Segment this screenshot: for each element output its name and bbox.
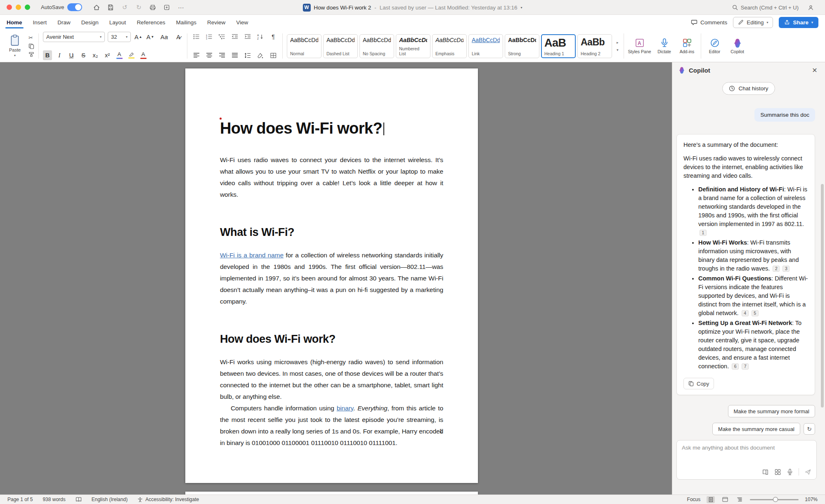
citation-chip[interactable]: 7 <box>742 363 749 370</box>
tab-view[interactable]: View <box>236 15 248 30</box>
gallery-expand-icon[interactable]: ▾ <box>617 48 619 52</box>
sort-icon[interactable]: AZ <box>255 32 265 42</box>
style-no-spacing[interactable]: AaBbCcDdINo Spacing <box>359 34 394 58</box>
change-case-icon[interactable]: Aa▾ <box>158 32 171 42</box>
autosave-toggle[interactable] <box>67 3 82 11</box>
title-chevron-icon[interactable]: ▾ <box>521 6 522 9</box>
tab-insert[interactable]: Insert <box>33 15 47 30</box>
minimize-window-button[interactable] <box>16 5 21 10</box>
proofing-status[interactable] <box>76 497 82 502</box>
doc-paragraph-what[interactable]: Wi-Fi is a brand name for a collection o… <box>220 250 443 307</box>
share-button[interactable]: Share ▾ <box>779 17 818 28</box>
justify-icon[interactable] <box>230 50 240 60</box>
doc-paragraph-binary[interactable]: Computers handle information using binar… <box>220 403 443 449</box>
mic-icon[interactable] <box>787 469 793 476</box>
doc-paragraph-how[interactable]: Wi-Fi works using microwaves (high-energ… <box>220 356 443 403</box>
align-left-icon[interactable] <box>191 50 201 60</box>
apps-icon[interactable] <box>774 469 781 476</box>
citation-chip[interactable]: 6 <box>732 363 739 370</box>
style-normal[interactable]: AaBbCcDdINormal <box>287 34 321 58</box>
citation-chip[interactable]: 3 <box>782 266 790 272</box>
document-title-area[interactable]: W How does Wi-Fi work 2 - Last saved by … <box>303 0 522 15</box>
italic-button[interactable]: I <box>55 50 64 60</box>
citation-chip[interactable]: 5 <box>752 310 759 316</box>
print-layout-view-icon[interactable] <box>707 496 715 503</box>
home-icon[interactable] <box>91 2 102 12</box>
highlight-button[interactable] <box>127 50 136 60</box>
superscript-button[interactable]: x² <box>103 50 112 60</box>
clear-formatting-icon[interactable]: A̷ <box>174 32 183 42</box>
page-indicator[interactable]: Page 1 of 5 <box>7 497 33 502</box>
decrease-indent-icon[interactable] <box>230 32 240 42</box>
doc-heading-what[interactable]: What is Wi-Fi? <box>220 226 443 239</box>
gallery-scroll-buttons[interactable]: ▸▾ <box>616 32 619 60</box>
citation-chip[interactable]: 1 <box>700 230 707 236</box>
editing-mode-button[interactable]: Editing ▾ <box>733 17 773 28</box>
zoom-slider[interactable] <box>750 499 799 500</box>
comments-button[interactable]: Comments <box>691 19 727 26</box>
more-toolbar-icon[interactable]: ··· <box>175 2 186 12</box>
presence-icon[interactable] <box>805 2 816 12</box>
format-painter-icon[interactable] <box>28 52 34 57</box>
focus-mode-button[interactable]: Focus <box>687 497 701 502</box>
style-heading-1[interactable]: AaBHeading 1 <box>541 34 576 58</box>
font-color-button[interactable]: A <box>139 50 148 60</box>
document-page[interactable]: How does Wi-Fi work? Wi-Fi uses radio wa… <box>185 68 478 483</box>
suggestion-chip-formal[interactable]: Make the summary more formal <box>728 405 816 417</box>
doc-link-brand-name[interactable]: Wi-Fi is a brand name <box>220 252 284 259</box>
quick-actions-icon[interactable] <box>161 2 172 12</box>
doc-paragraph-intro[interactable]: Wi-Fi uses radio waves to connect your d… <box>220 154 443 200</box>
style-numbered-list[interactable]: AaBbCcDdINumbered List <box>396 34 430 58</box>
style-heading-2[interactable]: AaBbHeading 2 <box>577 34 612 58</box>
style-dashed-list[interactable]: AaBbCcDdIDashed List <box>323 34 358 58</box>
chat-history-button[interactable]: Chat history <box>722 82 775 95</box>
font-name-combo[interactable]: Avenir Next ▾ <box>43 32 105 42</box>
style-emphasis[interactable]: AaBbCcDdIEmphasis <box>432 34 467 58</box>
prompt-guide-icon[interactable] <box>762 469 769 476</box>
font-size-combo[interactable]: 32 ▾ <box>108 32 131 42</box>
copy-icon[interactable] <box>28 43 34 49</box>
text-effects-button[interactable]: A <box>115 50 124 60</box>
style-link[interactable]: AaBbCcDdILink <box>468 34 503 58</box>
zoom-percent[interactable]: 107% <box>805 497 818 502</box>
tab-layout[interactable]: Layout <box>109 15 126 30</box>
accessibility-status[interactable]: Accessibility: Investigate <box>137 497 199 502</box>
underline-button[interactable]: U▾ <box>67 50 76 60</box>
styles-pane-button[interactable]: A Styles Pane <box>628 32 651 60</box>
grow-font-icon[interactable]: A▲ <box>134 32 143 42</box>
editor-button[interactable]: Editor <box>705 32 724 60</box>
copy-button[interactable]: Copy <box>683 378 714 389</box>
style-strong[interactable]: AaBbCcDdStrong <box>505 34 539 58</box>
word-count[interactable]: 938 words <box>43 497 65 502</box>
borders-icon[interactable] <box>268 50 278 60</box>
zoom-slider-knob[interactable] <box>773 497 778 502</box>
subscript-button[interactable]: x₂ <box>91 50 100 60</box>
outline-view-icon[interactable] <box>735 496 744 503</box>
copilot-input[interactable] <box>682 445 811 451</box>
close-copilot-icon[interactable]: ✕ <box>810 66 819 75</box>
web-layout-view-icon[interactable] <box>721 496 729 503</box>
increase-indent-icon[interactable] <box>243 32 253 42</box>
dictate-button[interactable]: Dictate <box>655 32 674 60</box>
paste-button[interactable]: Paste ▾ <box>4 35 26 57</box>
tab-mailings[interactable]: Mailings <box>176 15 196 30</box>
tab-review[interactable]: Review <box>207 15 225 30</box>
save-icon[interactable] <box>105 2 116 12</box>
strikethrough-button[interactable]: S <box>79 50 88 60</box>
language-indicator[interactable]: English (Ireland) <box>92 497 128 502</box>
undo-icon[interactable]: ↺ <box>119 2 130 12</box>
align-right-icon[interactable] <box>217 50 227 60</box>
align-center-icon[interactable] <box>204 50 214 60</box>
close-window-button[interactable] <box>7 5 12 10</box>
copilot-input-box[interactable] <box>676 440 817 480</box>
tab-references[interactable]: References <box>137 15 165 30</box>
line-spacing-icon[interactable] <box>243 50 253 60</box>
chip-formal-label[interactable]: Make the summary more formal <box>728 405 816 417</box>
doc-heading-how[interactable]: How does Wi-Fi work? <box>220 333 443 346</box>
print-icon[interactable] <box>147 2 158 12</box>
addins-button[interactable]: Add-ins <box>678 32 697 60</box>
panel-scrollbar[interactable] <box>821 184 824 407</box>
search-field[interactable]: Search (Cmd + Ctrl + U) <box>732 5 799 11</box>
suggestion-chip-casual[interactable]: Make the summary more casual ↻ <box>712 423 815 435</box>
send-icon[interactable] <box>804 469 811 476</box>
